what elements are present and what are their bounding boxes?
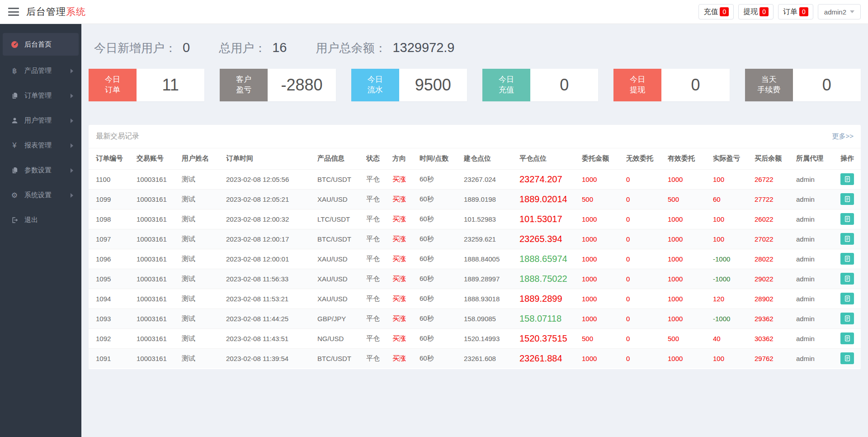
cell-amount: 500 [582, 189, 626, 209]
table-header-cell: 用户姓名 [182, 148, 226, 169]
cell-action [840, 348, 861, 368]
form-icon [844, 335, 851, 342]
cell-time: 2023-02-08 11:53:21 [226, 289, 317, 309]
cell-action [840, 229, 861, 249]
cell-time: 2023-02-08 12:05:21 [226, 189, 317, 209]
sidebar: 后台首页 ฿ 产品管理 订单管理 用户管理 ¥ 报表管理 参数设置 ⚙ 系统设置 [0, 24, 81, 437]
table-header-row: 订单编号交易账号用户姓名订单时间产品信息状态方向时间/点数建仓点位平仓点位委托金… [89, 148, 861, 169]
table-row: 109310003161测试2023-02-08 11:44:25GBP/JPY… [89, 309, 861, 328]
cell-product: BTC/USDT [317, 169, 366, 189]
cell-name: 测试 [182, 209, 226, 229]
table-row: 109710003161测试2023-02-08 12:00:17BTC/USD… [89, 229, 861, 249]
recharge-button[interactable]: 充值 0 [698, 4, 734, 19]
cell-name: 测试 [182, 289, 226, 309]
sidebar-item-label: 订单管理 [24, 91, 52, 100]
table-header-cell: 买后余额 [755, 148, 796, 169]
cell-time: 2023-02-08 12:00:01 [226, 249, 317, 269]
cell-balance: 29022 [755, 269, 796, 289]
sidebar-item-system[interactable]: ⚙ 系统设置 [0, 183, 81, 208]
more-link[interactable]: 更多>> [832, 132, 854, 141]
stat-card-label-line: 客户 [236, 75, 251, 85]
cell-balance: 29762 [755, 348, 796, 368]
cell-invalid: 0 [626, 348, 668, 368]
table-row: 109810003161测试2023-02-08 12:00:32LTC/USD… [89, 209, 861, 229]
row-action-button[interactable] [840, 193, 854, 205]
cell-status: 平仓 [366, 229, 392, 249]
row-action-button[interactable] [840, 332, 854, 344]
row-action-button[interactable] [840, 253, 854, 265]
user-icon [10, 117, 19, 124]
cell-action [840, 249, 861, 269]
row-action-button[interactable] [840, 173, 854, 185]
stat-card-label: 今日充值 [482, 69, 530, 101]
cell-time: 2023-02-08 12:00:17 [226, 229, 317, 249]
cell-valid: 1000 [668, 209, 713, 229]
table-header-cell: 时间/点数 [420, 148, 464, 169]
sidebar-item-label: 用户管理 [24, 116, 52, 125]
table-header-cell: 订单时间 [226, 148, 317, 169]
table-header-cell: 建仓点位 [464, 148, 519, 169]
cell-invalid: 0 [626, 309, 668, 328]
cell-name: 测试 [182, 328, 226, 348]
table-body: 110010003161测试2023-02-08 12:05:56BTC/USD… [89, 169, 861, 368]
chevron-right-icon [71, 168, 73, 173]
table-header-cell: 有效委托 [668, 148, 713, 169]
menu-toggle-icon[interactable] [8, 8, 19, 16]
row-action-button[interactable] [840, 273, 854, 285]
recharge-badge: 0 [720, 7, 729, 16]
cell-duration: 60秒 [420, 209, 464, 229]
trades-table: 订单编号交易账号用户姓名订单时间产品信息状态方向时间/点数建仓点位平仓点位委托金… [89, 148, 861, 368]
cell-balance: 26022 [755, 209, 796, 229]
cell-amount: 1000 [582, 169, 626, 189]
row-action-button[interactable] [840, 313, 854, 324]
stat-card: 今日订单11 [89, 69, 204, 101]
chevron-right-icon [71, 94, 73, 98]
cell-close: 1889.02014 [519, 189, 582, 209]
cell-close: 1889.2899 [519, 289, 582, 309]
sidebar-item-products[interactable]: ฿ 产品管理 [0, 58, 81, 83]
order-badge: 0 [799, 7, 808, 16]
cell-close: 101.53017 [519, 209, 582, 229]
cell-time: 2023-02-08 11:43:51 [226, 328, 317, 348]
row-action-button[interactable] [840, 233, 854, 245]
sidebar-item-logout[interactable]: 退出 [0, 208, 81, 233]
row-action-button[interactable] [840, 293, 854, 304]
cell-product: NG/USD [317, 328, 366, 348]
form-icon [844, 355, 851, 361]
table-header-cell: 平仓点位 [519, 148, 582, 169]
sidebar-item-orders[interactable]: 订单管理 [0, 83, 81, 108]
sidebar-item-reports[interactable]: ¥ 报表管理 [0, 133, 81, 158]
row-action-button[interactable] [840, 352, 854, 364]
cell-valid: 1000 [668, 289, 713, 309]
cell-id: 1099 [89, 189, 137, 209]
cell-open: 1520.14993 [464, 328, 519, 348]
withdraw-button[interactable]: 提现 0 [738, 4, 774, 19]
sidebar-item-label: 产品管理 [24, 66, 52, 75]
row-action-button[interactable] [840, 213, 854, 225]
chevron-right-icon [71, 119, 73, 123]
cell-amount: 1000 [582, 229, 626, 249]
cell-close: 1888.75022 [519, 269, 582, 289]
cell-name: 测试 [182, 169, 226, 189]
cell-valid: 1000 [668, 169, 713, 189]
cell-profit: -1000 [713, 249, 755, 269]
cell-direction: 买涨 [392, 328, 420, 348]
cell-direction: 买涨 [392, 309, 420, 328]
user-menu[interactable]: admin2 [818, 4, 861, 19]
logout-icon [10, 217, 19, 223]
stat-card-label-line: 当天 [761, 75, 777, 85]
sidebar-item-home[interactable]: 后台首页 [3, 33, 79, 56]
table-row: 109410003161测试2023-02-08 11:53:21XAU/USD… [89, 289, 861, 309]
sidebar-item-parameters[interactable]: 参数设置 [0, 158, 81, 183]
cell-amount: 1000 [582, 348, 626, 368]
cell-close: 1520.37515 [519, 328, 582, 348]
sidebar-item-users[interactable]: 用户管理 [0, 108, 81, 133]
cell-open: 101.52983 [464, 209, 519, 229]
stat-card-label-line: 充值 [499, 85, 514, 95]
withdraw-badge: 0 [760, 7, 769, 16]
order-button[interactable]: 订单 0 [778, 4, 813, 19]
stat-card-label-line: 手续费 [757, 85, 780, 95]
cell-status: 平仓 [366, 209, 392, 229]
cell-agent: admin [796, 289, 840, 309]
stat-card: 今日提现0 [613, 69, 729, 101]
